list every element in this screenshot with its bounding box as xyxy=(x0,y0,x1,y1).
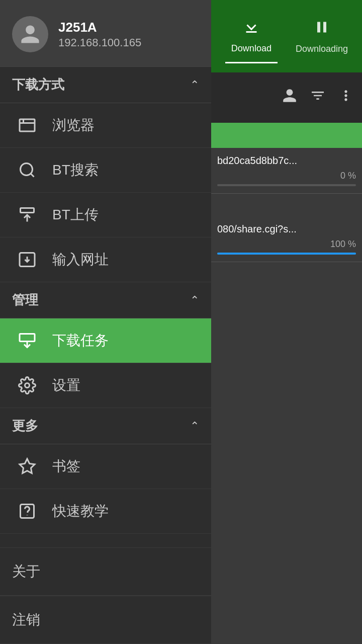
avatar xyxy=(12,16,48,52)
svg-point-11 xyxy=(25,383,30,388)
download-item-1-bar-bg xyxy=(217,184,356,186)
menu-item-bt-upload[interactable]: BT上传 xyxy=(0,193,211,237)
menu-item-browser[interactable]: 浏览器 xyxy=(0,103,211,148)
star-icon xyxy=(16,455,38,477)
menu-item-bookmarks[interactable]: 书签 xyxy=(0,444,211,489)
svg-line-4 xyxy=(31,174,34,177)
pause-tab-icon xyxy=(313,18,331,41)
settings-icon xyxy=(16,374,38,396)
filter-bar xyxy=(211,123,362,148)
download-item-2-title: 080/share.cgi?s... xyxy=(217,223,356,235)
svg-marker-12 xyxy=(20,459,35,473)
menu-bookmarks-label: 书签 xyxy=(52,457,80,476)
url-icon xyxy=(16,249,38,271)
chevron-up-icon-1: ⌃ xyxy=(190,78,199,92)
menu-item-download-tasks[interactable]: 下载任务 xyxy=(0,318,211,363)
section-more-label: 更多 xyxy=(12,417,38,435)
menu-item-settings[interactable]: 设置 xyxy=(0,363,211,408)
download-tasks-icon xyxy=(16,330,38,352)
menu-item-quick-tutorial[interactable]: 快速教学 xyxy=(0,489,211,534)
menu-bt-search-label: BT搜索 xyxy=(52,160,99,180)
download-item-2-bar-fill xyxy=(217,253,356,255)
menu-item-logout[interactable]: 注销 xyxy=(0,596,211,644)
tab-downloading[interactable]: Downloading xyxy=(290,10,354,62)
download-item-1-title: bd20ca5d8bb7c... xyxy=(217,155,356,167)
svg-rect-6 xyxy=(21,208,34,213)
app-secondbar xyxy=(211,72,362,123)
tab-downloading-label: Downloading xyxy=(296,44,348,54)
user-icon[interactable] xyxy=(282,87,298,108)
menu-item-input-url[interactable]: 输入网址 xyxy=(0,237,211,282)
menu-quick-tutorial-label: 快速教学 xyxy=(52,502,109,521)
chevron-up-icon-2: ⌃ xyxy=(190,294,199,307)
drawer-user-ip: 192.168.100.165 xyxy=(58,36,141,49)
drawer: J251A 192.168.100.165 下载方式 ⌃ 浏览器 BT搜索 xyxy=(0,0,211,644)
download-item-2-progress: 100 % xyxy=(217,239,356,250)
download-tab-icon xyxy=(242,18,260,40)
drawer-username: J251A xyxy=(58,19,141,36)
filter-icon[interactable] xyxy=(310,87,326,108)
more-icon[interactable] xyxy=(338,87,354,108)
svg-rect-10 xyxy=(20,334,35,342)
download-item-1-progress: 0 % xyxy=(217,171,356,181)
download-item-2[interactable]: 080/share.cgi?s... 100 % xyxy=(211,216,362,262)
menu-bt-upload-label: BT上传 xyxy=(52,205,99,224)
menu-browser-label: 浏览器 xyxy=(52,116,95,135)
download-item-2-bar-bg xyxy=(217,253,356,255)
drawer-user-info: J251A 192.168.100.165 xyxy=(58,19,141,49)
menu-download-tasks-label: 下载任务 xyxy=(52,331,109,350)
section-download-methods-label: 下载方式 xyxy=(12,76,64,94)
menu-item-bt-search[interactable]: BT搜索 xyxy=(0,148,211,193)
menu-logout-label: 注销 xyxy=(12,612,40,627)
search-icon xyxy=(16,159,38,181)
browser-icon xyxy=(16,114,38,136)
download-item-1[interactable]: bd20ca5d8bb7c... 0 % xyxy=(211,148,362,194)
svg-rect-0 xyxy=(20,119,35,131)
menu-about-label: 关于 xyxy=(12,564,40,579)
chevron-up-icon-3: ⌃ xyxy=(190,420,199,433)
upload-icon xyxy=(16,204,38,226)
menu-input-url-label: 输入网址 xyxy=(52,250,109,269)
svg-point-3 xyxy=(21,164,33,176)
section-manage[interactable]: 管理 ⌃ xyxy=(0,282,211,318)
menu-settings-label: 设置 xyxy=(52,376,80,395)
menu-item-about[interactable]: 关于 xyxy=(0,547,211,596)
tab-download-label: Download xyxy=(231,43,272,54)
section-download-methods[interactable]: 下载方式 ⌃ xyxy=(0,67,211,103)
section-more[interactable]: 更多 ⌃ xyxy=(0,408,211,444)
help-icon xyxy=(16,500,38,522)
drawer-header: J251A 192.168.100.165 xyxy=(0,0,211,67)
tab-download[interactable]: Download xyxy=(225,10,278,63)
section-manage-label: 管理 xyxy=(12,291,38,309)
